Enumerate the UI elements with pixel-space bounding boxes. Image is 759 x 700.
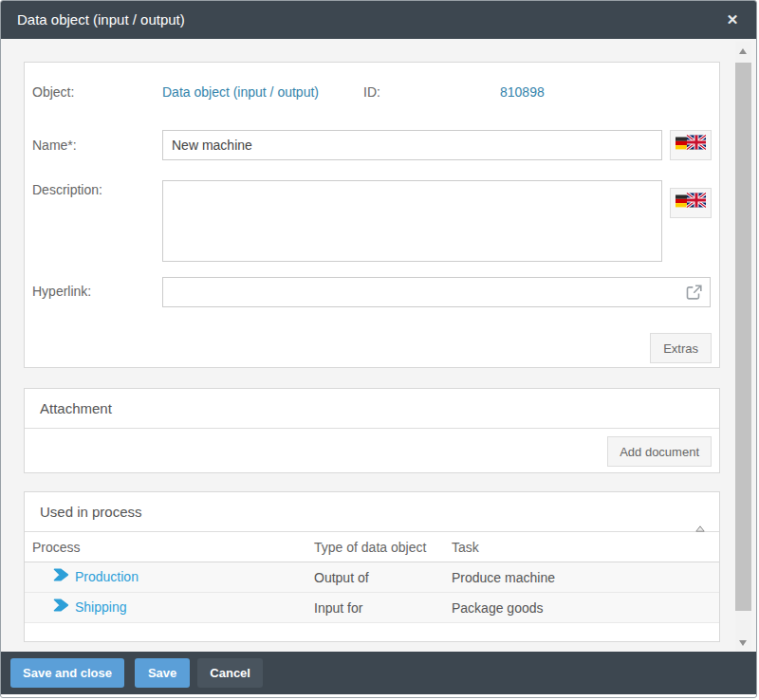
process-link[interactable]: Shipping bbox=[75, 599, 127, 615]
column-type: Type of data object bbox=[314, 540, 426, 555]
close-icon: ✕ bbox=[727, 11, 739, 28]
task-cell: Package goods bbox=[452, 600, 544, 616]
description-textarea[interactable] bbox=[162, 180, 662, 262]
data-object-dialog: Data object (input / output) ✕ Object: D… bbox=[0, 0, 757, 698]
type-cell: Input for bbox=[314, 600, 362, 616]
table-row: Shipping Input for Package goods bbox=[25, 593, 719, 623]
uk-flag-icon bbox=[687, 193, 706, 208]
open-external-link-icon[interactable] bbox=[685, 284, 703, 305]
dialog-content: Object: Data object (input / output) ID:… bbox=[1, 39, 756, 658]
id-value: 810898 bbox=[500, 84, 545, 100]
column-process: Process bbox=[32, 540, 81, 555]
cancel-button[interactable]: Cancel bbox=[197, 658, 263, 688]
scroll-up-icon[interactable] bbox=[739, 48, 747, 54]
uk-flag-icon bbox=[687, 136, 706, 150]
type-cell: Output of bbox=[314, 570, 369, 585]
hyperlink-input[interactable] bbox=[163, 278, 710, 306]
process-arrow-icon bbox=[53, 599, 69, 615]
used-in-process-panel: Used in process Process Type of data obj… bbox=[24, 491, 720, 642]
german-uk-flags-icon bbox=[676, 134, 706, 157]
hyperlink-label: Hyperlink: bbox=[32, 284, 91, 299]
object-label: Object: bbox=[32, 84, 74, 100]
description-language-button[interactable] bbox=[670, 188, 712, 218]
attachment-header: Attachment bbox=[25, 389, 719, 429]
name-input[interactable] bbox=[162, 130, 662, 160]
dialog-titlebar: Data object (input / output) ✕ bbox=[1, 1, 756, 39]
save-and-close-button[interactable]: Save and close bbox=[10, 658, 124, 688]
id-label: ID: bbox=[363, 84, 380, 100]
description-label: Description: bbox=[32, 182, 102, 197]
scrollbar-thumb[interactable] bbox=[735, 63, 751, 611]
save-button[interactable]: Save bbox=[135, 658, 190, 688]
column-task: Task bbox=[452, 540, 479, 555]
attachment-panel: Attachment Add document bbox=[24, 388, 720, 473]
attachment-title: Attachment bbox=[40, 400, 112, 416]
process-cell: Shipping bbox=[53, 599, 127, 615]
used-in-process-title: Used in process bbox=[40, 504, 142, 520]
hyperlink-field-wrap bbox=[162, 277, 711, 307]
dialog-title: Data object (input / output) bbox=[17, 1, 185, 39]
german-uk-flags-icon bbox=[676, 192, 706, 214]
object-type-link[interactable]: Data object (input / output) bbox=[162, 84, 319, 100]
add-document-button[interactable]: Add document bbox=[607, 436, 712, 467]
name-label: Name*: bbox=[32, 138, 77, 153]
attachment-body: Add document bbox=[25, 429, 719, 472]
extras-button[interactable]: Extras bbox=[650, 333, 712, 363]
process-link[interactable]: Production bbox=[75, 569, 139, 584]
dialog-footer: Save and close Save Cancel bbox=[1, 652, 756, 694]
process-table-header: Process Type of data object Task bbox=[25, 532, 719, 562]
vertical-scrollbar[interactable] bbox=[735, 42, 751, 652]
table-row: Production Output of Produce machine bbox=[25, 562, 719, 593]
process-cell: Production bbox=[53, 568, 139, 584]
used-in-process-header: Used in process bbox=[25, 492, 719, 532]
close-button[interactable]: ✕ bbox=[721, 1, 744, 39]
scroll-down-icon[interactable] bbox=[739, 640, 747, 646]
name-language-button[interactable] bbox=[670, 130, 712, 160]
task-cell: Produce machine bbox=[452, 570, 555, 585]
main-form-panel: Object: Data object (input / output) ID:… bbox=[24, 62, 720, 368]
process-arrow-icon bbox=[53, 568, 69, 584]
